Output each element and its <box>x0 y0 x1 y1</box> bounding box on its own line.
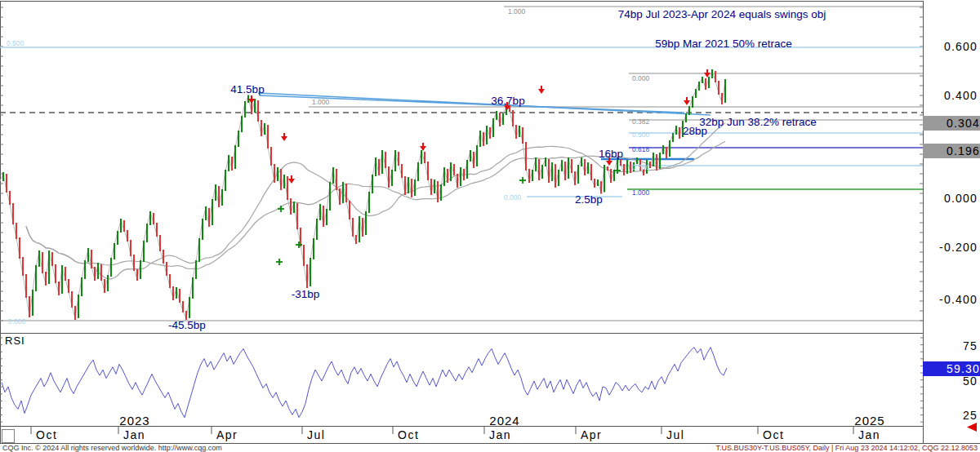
month-label: Oct <box>36 428 57 441</box>
annotation-text: 28bp <box>683 125 707 137</box>
price-axis-label: -0.200 <box>924 241 978 254</box>
price-highlight-badge: 0.196 <box>923 144 980 158</box>
fib-label: 0.500 <box>632 131 650 139</box>
fib-label: 0.000 <box>504 193 522 202</box>
year-label: 2025 <box>854 414 884 428</box>
annotation-text: 16bp <box>599 148 623 160</box>
fib-label: 0.000 <box>632 74 650 82</box>
scroll-latest-arrow-icon[interactable] <box>967 423 977 432</box>
fib-label: 0.000 <box>8 317 26 326</box>
month-label: Jul <box>307 428 325 441</box>
status-bar: CQG Inc. © 2024 All rights reserved worl… <box>0 444 980 452</box>
annotation-text: 59bp Mar 2021 50% retrace <box>655 38 791 50</box>
month-label: Jan <box>858 428 880 441</box>
sell-arrow-icon <box>288 175 295 184</box>
annotation-text: 2.5bp <box>575 193 603 206</box>
price-axis-label: 0.000 <box>924 192 978 205</box>
sell-arrow-icon <box>538 86 545 94</box>
fib-label: 0.618 <box>632 145 650 153</box>
fib-label: 0.500 <box>7 39 24 47</box>
rsi-line <box>2 348 727 418</box>
fib-label: 0.786 <box>632 163 650 171</box>
month-label: Apr <box>581 428 602 441</box>
fib-label: 1.000 <box>508 7 526 16</box>
rsi-axis-label: 75 <box>924 339 978 352</box>
rsi-plot-group[interactable] <box>2 348 727 418</box>
month-label: Jan <box>489 428 511 441</box>
annotation-text: -45.5bp <box>168 319 206 331</box>
rsi-axis-label: 50 <box>924 374 978 388</box>
month-label: Jan <box>123 428 145 441</box>
chart-canvas[interactable]: 0.5001.0000.0001.0000.3820.5000.6180.786… <box>0 0 980 452</box>
price-highlight-badge: 0.304 <box>923 116 980 131</box>
annotation-text: -31bp <box>292 288 320 300</box>
annotation-text: 32bp Jun 38.2% retrace <box>699 116 816 128</box>
month-label: Jul <box>666 428 684 441</box>
annotation-text: 74bp Jul 2023-Apr 2024 equals swings obj <box>618 8 826 20</box>
annotation-text: 41.5bp <box>230 83 264 95</box>
month-label: Apr <box>216 428 238 441</box>
price-axis-label: -0.400 <box>924 293 978 306</box>
copyright-text: CQG Inc. © 2024 All rights reserved worl… <box>2 444 222 452</box>
year-label: 2024 <box>489 414 519 428</box>
price-connector-line <box>0 71 725 318</box>
corner-handle-button[interactable] <box>2 429 15 443</box>
rsi-axis-label: 25 <box>924 409 978 422</box>
rsi-pane-title: RSI <box>5 335 25 347</box>
symbol-status-text: T.US.BUS30Y-T.US.BUS05Y, Daily | Fri Aug… <box>715 444 978 452</box>
year-label: 2023 <box>119 414 149 428</box>
cqg-chart-window: 0.5001.0000.0001.0000.3820.5000.6180.786… <box>0 0 980 452</box>
price-axis-label: 0.600 <box>924 40 978 53</box>
fib-label: 1.000 <box>312 98 330 106</box>
fib-label: 1.000 <box>632 188 650 197</box>
month-label: Oct <box>763 428 784 441</box>
fib-label: 0.382 <box>632 117 650 126</box>
annotation-text: 36.7bp <box>491 95 524 107</box>
month-label: Oct <box>398 428 419 441</box>
sell-arrow-icon <box>684 97 690 105</box>
sell-arrow-icon <box>420 143 426 151</box>
rsi-value-badge: 59.30 <box>923 361 980 376</box>
sell-arrow-icon <box>281 133 287 141</box>
price-axis-label: 0.400 <box>924 89 978 102</box>
